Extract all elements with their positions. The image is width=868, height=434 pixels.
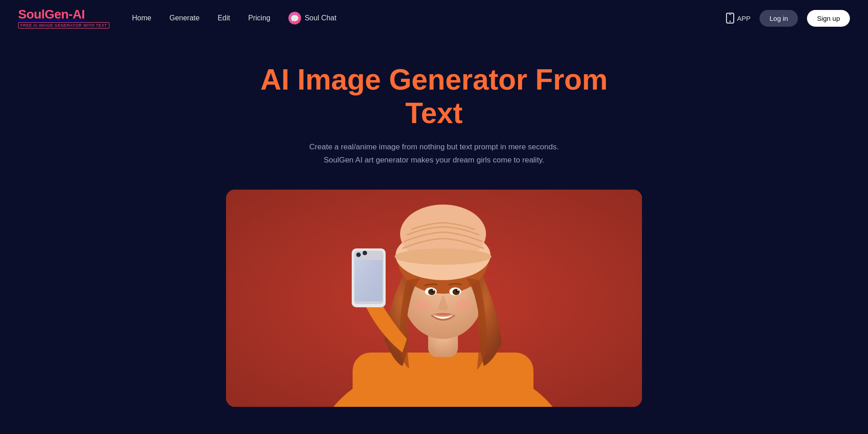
nav-links: Home Generate Edit Pricing Soul Chat (132, 12, 336, 24)
svg-point-21 (455, 300, 472, 310)
nav-link-edit[interactable]: Edit (217, 14, 230, 22)
logo-tagline: FREE AI IMAGE GENERATOR WITH TEXT (18, 22, 109, 29)
phone-icon (726, 13, 734, 24)
soul-chat-icon (288, 12, 301, 24)
logo-text: SoulGen-AI (18, 8, 85, 22)
nav-link-pricing[interactable]: Pricing (248, 14, 270, 22)
navbar-right: APP Log in Sign up (726, 10, 850, 27)
nav-item-soul-chat[interactable]: Soul Chat (288, 12, 336, 24)
soul-chat-label: Soul Chat (305, 14, 336, 22)
navbar-left: SoulGen-AI FREE AI IMAGE GENERATOR WITH … (18, 8, 336, 29)
hero-subtitle: Create a real/anime image from nothing b… (309, 141, 559, 167)
svg-point-18 (433, 289, 434, 291)
app-label: APP (737, 14, 750, 22)
login-button[interactable]: Log in (760, 10, 798, 27)
hero-illustration (226, 190, 642, 407)
nav-link-generate[interactable]: Generate (170, 14, 200, 22)
nav-link-home[interactable]: Home (132, 14, 151, 22)
svg-point-11 (395, 248, 491, 265)
hero-subtitle-line2: SoulGen AI art generator makes your drea… (324, 156, 544, 164)
hero-image-bg (226, 190, 642, 407)
hero-subtitle-line1: Create a real/anime image from nothing b… (309, 143, 559, 151)
svg-rect-2 (729, 14, 731, 15)
hero-title: AI Image Generator From Text (231, 63, 637, 130)
nav-link-soul-chat[interactable]: Soul Chat (288, 12, 336, 24)
nav-item-generate[interactable]: Generate (170, 14, 200, 22)
hero-section: AI Image Generator From Text Create a re… (0, 36, 868, 407)
nav-item-pricing[interactable]: Pricing (248, 14, 270, 22)
nav-item-edit[interactable]: Edit (217, 14, 230, 22)
signup-button[interactable]: Sign up (807, 10, 850, 27)
svg-point-30 (363, 251, 367, 255)
svg-point-29 (356, 253, 361, 257)
svg-point-1 (730, 21, 731, 22)
app-link[interactable]: APP (726, 13, 750, 24)
hero-image-container (226, 190, 642, 407)
navbar: SoulGen-AI FREE AI IMAGE GENERATOR WITH … (0, 0, 868, 36)
svg-point-20 (415, 300, 431, 310)
svg-rect-32 (355, 260, 382, 301)
svg-rect-5 (353, 353, 533, 407)
logo-link[interactable]: SoulGen-AI FREE AI IMAGE GENERATOR WITH … (18, 8, 109, 29)
nav-item-home[interactable]: Home (132, 14, 151, 22)
svg-point-19 (457, 289, 459, 291)
